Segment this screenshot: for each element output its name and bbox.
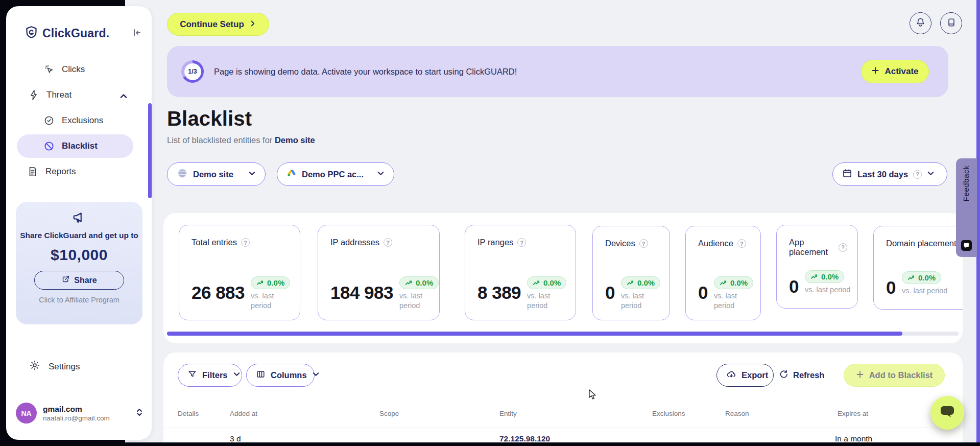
column-header-exclusions: Exclusions	[652, 410, 685, 417]
cloud-download-icon	[726, 369, 736, 382]
share-button[interactable]: Share	[34, 271, 124, 290]
chevron-down-icon	[312, 370, 320, 380]
cursor-click-icon	[43, 64, 55, 75]
chevron-down-icon	[248, 170, 256, 179]
sidebar-item-reports[interactable]: Reports	[27, 166, 76, 177]
sidebar-item-settings[interactable]: Settings	[29, 360, 80, 373]
help-icon[interactable]: ?	[737, 239, 746, 248]
stats-panel: Total entries? 26 883 0.0% vs. last peri…	[163, 213, 963, 343]
stat-period: vs. last period	[399, 291, 431, 311]
ppc-account-selector[interactable]: Demo PPC ac...	[277, 162, 394, 186]
filters-button[interactable]: Filters	[178, 364, 242, 387]
chat-launcher-button[interactable]	[930, 396, 964, 430]
columns-button[interactable]: Columns	[246, 364, 315, 387]
stat-card-app-placement: App placement? 0 0.0% vs. last period	[776, 225, 858, 309]
stat-value: 0	[698, 283, 708, 303]
book-icon	[946, 17, 957, 30]
stat-period: vs. last period	[621, 291, 653, 311]
calendar-icon	[842, 168, 852, 180]
column-header-scope: Scope	[379, 410, 399, 417]
stats-scrollbar-thumb[interactable]	[167, 332, 902, 336]
stat-period: vs. last period	[805, 285, 850, 295]
chevron-down-icon	[927, 170, 935, 179]
trend-up-icon	[627, 279, 634, 286]
stat-label: App placement	[789, 238, 834, 257]
feedback-label: Feedback	[962, 166, 971, 201]
date-range-selector[interactable]: Last 30 days ?	[832, 162, 947, 186]
sidebar-item-label: Clicks	[62, 64, 85, 75]
ban-icon	[43, 140, 55, 152]
site-selector-value: Demo site	[193, 170, 233, 179]
funnel-icon	[187, 369, 197, 381]
setup-progress-ring: 1/3	[181, 60, 204, 83]
ppc-account-selector-value: Demo PPC ac...	[302, 170, 364, 179]
sidebar-item-blacklist[interactable]: Blacklist	[17, 134, 133, 158]
activate-button[interactable]: Activate	[861, 60, 929, 83]
plus-icon	[871, 66, 879, 77]
help-icon[interactable]: ?	[839, 243, 847, 252]
date-range-value: Last 30 days	[857, 170, 908, 179]
help-center-button[interactable]	[940, 12, 962, 34]
continue-setup-button[interactable]: Continue Setup	[167, 13, 269, 36]
stat-delta: 0.0%	[918, 273, 936, 282]
cell-entity[interactable]: 72.125.98.120	[499, 434, 550, 442]
feedback-tab[interactable]: Feedback	[956, 158, 977, 257]
stat-label: Devices	[605, 239, 635, 248]
sidebar-item-exclusions[interactable]: Exclusions	[43, 115, 103, 126]
help-icon[interactable]: ?	[241, 238, 250, 247]
share-button-label: Share	[74, 276, 97, 285]
badge-check-icon	[43, 115, 55, 126]
add-to-blacklist-button[interactable]: Add to Blacklist	[844, 364, 945, 387]
activate-label: Activate	[885, 66, 918, 77]
page-scrollbar[interactable]	[976, 0, 980, 442]
refresh-button[interactable]: Refresh	[779, 364, 824, 387]
columns-icon	[256, 369, 266, 381]
workspace-switcher[interactable]: NA gmail.com naatali.ro@gmail.com	[16, 403, 144, 424]
app-logo: ClickGuard.	[25, 26, 109, 41]
help-icon[interactable]: ?	[913, 170, 922, 179]
stat-label: IP addresses	[330, 238, 379, 247]
stat-card-total-entries: Total entries? 26 883 0.0% vs. last peri…	[179, 225, 300, 320]
stat-delta: 0.0%	[637, 278, 655, 287]
chevron-up-icon[interactable]	[119, 92, 128, 103]
stat-card-devices: Devices? 0 0.0% vs. last period	[592, 226, 670, 320]
stat-value: 8 389	[477, 283, 521, 303]
add-to-blacklist-label: Add to Blacklist	[869, 370, 933, 380]
stat-delta: 0.0%	[821, 272, 839, 281]
chevron-down-icon	[377, 170, 385, 179]
help-icon[interactable]: ?	[639, 239, 648, 248]
sidebar-scrollbar[interactable]	[148, 103, 152, 198]
google-ads-icon	[286, 168, 297, 180]
stat-delta: 0.0%	[543, 278, 561, 287]
stat-label: Total entries	[192, 238, 237, 247]
refresh-icon	[779, 369, 788, 381]
stat-label: Domain placement	[886, 239, 957, 248]
export-button[interactable]: Export	[716, 364, 774, 387]
column-header-entity: Entity	[499, 410, 517, 417]
stat-card-domain-placement: Domain placement? 0 0.0% vs. last period	[873, 226, 963, 310]
stat-value: 184 983	[330, 283, 393, 303]
stat-value: 0	[789, 276, 799, 297]
help-icon[interactable]: ?	[384, 238, 392, 247]
user-email: naatali.ro@gmail.com	[43, 414, 110, 422]
sidebar-item-clicks[interactable]: Clicks	[43, 64, 85, 75]
external-link-icon	[61, 275, 70, 286]
sidebar-item-threat[interactable]: Threat	[28, 89, 71, 101]
sidebar-collapse-icon[interactable]	[130, 27, 142, 39]
trend-up-icon	[405, 279, 413, 286]
gear-icon	[29, 360, 40, 373]
help-icon[interactable]: ?	[517, 238, 526, 247]
feedback-chat-icon	[961, 240, 972, 251]
trend-up-icon	[533, 279, 540, 286]
affiliate-promo-card[interactable]: Share ClickGuard and get up to $10,000 S…	[16, 202, 142, 324]
promo-text: Share ClickGuard and get up to	[16, 229, 142, 241]
page-subtitle-text: List of blacklisted entities for	[167, 135, 275, 145]
chat-bubble-icon	[939, 404, 956, 421]
trend-up-icon	[907, 274, 915, 281]
site-selector[interactable]: Demo site	[167, 162, 266, 186]
notifications-button[interactable]	[910, 12, 931, 34]
sidebar: ClickGuard. Clicks Threat Exclusions Bla…	[6, 6, 152, 440]
workspace-name: gmail.com	[43, 405, 110, 414]
stat-value: 0	[886, 277, 896, 298]
promo-footer: Click to Affiliate Program	[16, 296, 142, 304]
